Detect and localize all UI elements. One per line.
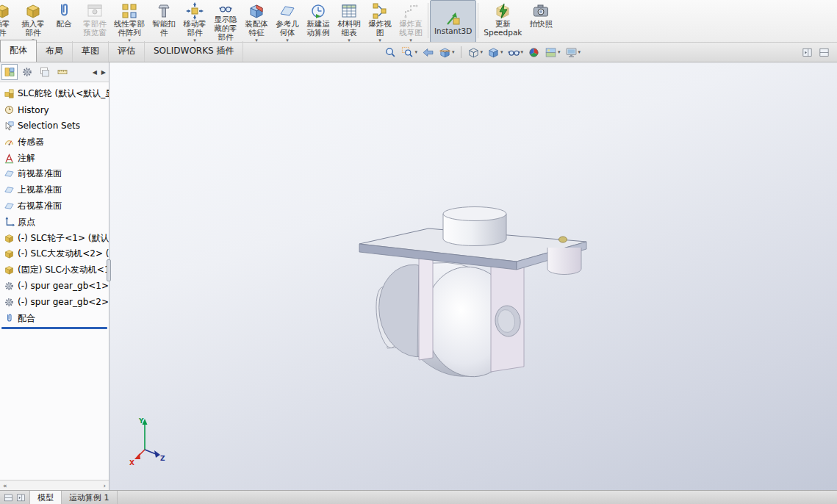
zoom-to-area-icon — [401, 46, 414, 59]
apply-scene-icon — [545, 46, 557, 59]
featuremanager-tree-icon — [4, 66, 15, 78]
ribbon-button-label: 插入零 部件 — [21, 20, 45, 37]
model-fork-right-plate[interactable] — [491, 252, 524, 372]
graphics-viewport[interactable]: Y X Z — [0, 62, 837, 490]
tree-item-front-plane[interactable]: 前视基准面 — [0, 166, 109, 182]
zoom-to-fit-button[interactable] — [383, 46, 398, 60]
tree-item-label: 右视基准面 — [18, 200, 62, 212]
panel-tab-scroll-right[interactable]: ▶ — [100, 69, 107, 76]
edit-component-button[interactable]: 插零 件 — [0, 0, 18, 43]
instant3d-button[interactable]: Instant3D — [430, 0, 476, 43]
reference-geometry-button[interactable]: 参考几 何体 ▾ — [272, 0, 303, 43]
sensors-icon — [4, 137, 15, 148]
display-style-button[interactable]: ▾ — [486, 46, 505, 60]
tree-item-right-plane[interactable]: 右视基准面 — [0, 198, 109, 215]
tree-item-assembly-root[interactable]: SLC舵轮 (默认<默认_显示 — [0, 86, 109, 102]
tree-item-spur-gear-2[interactable]: (-) spur gear_gb<2> — [0, 294, 109, 310]
zoom-to-area-button[interactable]: ▾ — [400, 46, 419, 60]
panel-horizontal-scrollbar[interactable]: « › — [0, 480, 109, 490]
tree-item-label: SLC舵轮 (默认<默认_显示 — [18, 87, 109, 100]
model-top-cylinder[interactable] — [443, 207, 506, 246]
apply-scene-button[interactable]: ▾ — [543, 46, 562, 60]
edit-component-icon — [0, 2, 12, 20]
split-horizontal-icon[interactable] — [4, 493, 13, 503]
take-snapshot-button[interactable]: 拍快照 — [525, 0, 556, 43]
smart-fasteners-button[interactable]: 智能扣 件 — [148, 0, 179, 43]
dropdown-arrow-icon[interactable]: ▾ — [500, 49, 503, 55]
triad-x-arrow — [134, 453, 140, 459]
tree-item-spur-gear-1[interactable]: (-) spur gear_gb<1> — [0, 278, 109, 295]
tree-item-annotations[interactable]: 注解 — [0, 150, 109, 166]
section-view-icon — [439, 46, 451, 59]
dropdown-arrow-icon[interactable]: ▾ — [521, 49, 524, 55]
hide-show-items-button[interactable]: ▾ — [506, 46, 525, 60]
previous-view-button[interactable] — [420, 46, 436, 60]
dropdown-arrow-icon[interactable]: ▾ — [414, 49, 417, 55]
heads-up-view-toolbar: ▾ ▾ ▾ ▾ ▾ ▾ ▾ — [383, 46, 582, 60]
component-preview-window-button[interactable]: 零部件 预览窗 — [79, 0, 110, 43]
orientation-triad: Y X Z — [129, 417, 165, 467]
split-vertical-icon[interactable] — [16, 493, 26, 503]
model-screw[interactable] — [559, 237, 567, 242]
dropdown-arrow-icon[interactable]: ▾ — [481, 49, 484, 55]
view-settings-button[interactable]: ▾ — [564, 46, 583, 60]
view-orientation-button[interactable]: ▾ — [466, 46, 485, 60]
new-motion-study-button[interactable]: 新建运 动算例 — [303, 0, 334, 43]
exploded-view-button[interactable]: 爆炸视 图 ▾ — [364, 0, 395, 43]
show-hidden-components-button[interactable]: 显示隐 藏的零 部件 — [210, 0, 241, 43]
tree-item-component-big-motor[interactable]: (-) SLC大发动机<2> ( — [0, 246, 109, 262]
tree-item-label: (-) spur gear_gb<2> — [18, 297, 109, 307]
section-view-button[interactable]: ▾ — [437, 46, 456, 60]
tab-featuremanager-design-tree[interactable] — [1, 64, 18, 80]
tree-item-sensors[interactable]: 传感器 — [0, 134, 109, 150]
tree-item-origin[interactable]: 原点 — [0, 214, 109, 230]
3d-model-caster-wheel[interactable]: Y X Z — [0, 62, 837, 490]
panel-splitter-grip[interactable] — [107, 259, 111, 281]
model-fork-left-plate[interactable] — [419, 248, 433, 360]
edit-appearance-button[interactable] — [526, 46, 542, 60]
tab-solidworks-addins[interactable]: SOLIDWORKS 插件 — [145, 41, 243, 62]
panel-scroll-far-left-icon[interactable]: « — [3, 482, 7, 489]
ribbon-button-label: 显示隐 藏的零 部件 — [214, 15, 237, 41]
tab-evaluate[interactable]: 评估 — [109, 41, 145, 62]
tree-item-component-wheel[interactable]: (-) SLC轮子<1> (默认 — [0, 230, 109, 246]
move-component-icon — [185, 2, 204, 20]
tab-model[interactable]: 模型 — [30, 491, 62, 504]
tree-item-history[interactable]: History — [0, 102, 109, 118]
tree-item-label: 传感器 — [18, 136, 44, 148]
tab-configuration-manager[interactable] — [37, 64, 53, 80]
explode-line-sketch-button[interactable]: 爆炸直 线草图 ▾ — [395, 0, 426, 43]
panel-tab-scroll-left[interactable]: ◀ — [91, 69, 98, 76]
collapse-pane-icon[interactable] — [819, 47, 830, 58]
history-icon — [4, 104, 15, 115]
rollback-insert-bar[interactable] — [1, 327, 107, 329]
exploded-view-icon — [370, 2, 389, 20]
assembly-icon — [4, 88, 15, 99]
tab-assembly[interactable]: 配体 — [0, 40, 37, 62]
split-pane-icon[interactable] — [802, 47, 813, 58]
move-component-button[interactable]: 移动零 部件 ▾ — [179, 0, 210, 43]
tab-propertymanager[interactable] — [19, 64, 35, 80]
mate-button[interactable]: 配合 — [49, 0, 79, 43]
dropdown-arrow-icon[interactable]: ▾ — [558, 49, 561, 55]
tab-layout[interactable]: 布局 — [37, 41, 73, 62]
tree-item-selection-sets[interactable]: Selection Sets — [0, 118, 109, 134]
tab-dimxpert-manager[interactable] — [54, 64, 71, 80]
panel-scroll-right-icon[interactable]: › — [103, 482, 106, 489]
assembly-features-button[interactable]: 装配体 特征 ▾ — [241, 0, 272, 43]
bottom-bar-icons — [0, 491, 30, 504]
insert-components-button[interactable]: 插入零 部件 ▾ — [18, 0, 49, 43]
zoom-to-fit-icon — [384, 46, 397, 59]
display-style-icon — [487, 46, 500, 59]
update-speedpak-button[interactable]: 更新 Speedpak — [480, 0, 525, 43]
dropdown-arrow-icon[interactable]: ▾ — [452, 49, 455, 55]
dropdown-arrow-icon[interactable]: ▾ — [578, 49, 581, 55]
bill-of-materials-button[interactable]: 材料明 细表 ▾ — [334, 0, 364, 43]
tree-item-top-plane[interactable]: 上视基准面 — [0, 182, 109, 198]
tree-item-mates[interactable]: 配合 — [0, 310, 109, 326]
tab-sketch[interactable]: 草图 — [73, 41, 109, 62]
linear-component-pattern-button[interactable]: 线性零部 件阵列 ▾ — [110, 0, 148, 43]
model-right-small-cylinder[interactable] — [547, 248, 581, 275]
tree-item-component-small-motor[interactable]: (固定) SLC小发动机<1 — [0, 262, 109, 278]
tab-motion-study-1[interactable]: 运动算例 1 — [62, 491, 118, 504]
